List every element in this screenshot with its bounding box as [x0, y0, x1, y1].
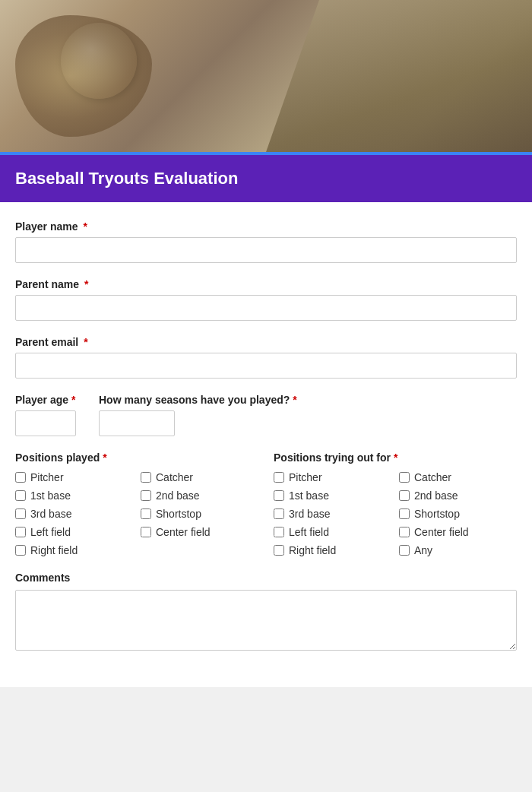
- played-right-field[interactable]: Right field: [15, 544, 133, 556]
- played-pitcher-checkbox[interactable]: [15, 472, 26, 483]
- tryout-2nd-base-checkbox[interactable]: [399, 490, 410, 501]
- parent-email-input[interactable]: [15, 353, 517, 379]
- tryout-3rd-base[interactable]: 3rd base: [274, 508, 391, 520]
- tryout-shortstop-checkbox[interactable]: [399, 508, 410, 519]
- hero-banner: [0, 0, 532, 152]
- player-age-label: Player age *: [15, 394, 76, 406]
- played-left-field-checkbox[interactable]: [15, 527, 26, 537]
- comments-label: Comments: [15, 572, 517, 584]
- played-center-field-checkbox[interactable]: [141, 527, 151, 537]
- seasons-played-label: How many seasons have you played? *: [99, 394, 297, 406]
- player-age-input[interactable]: [15, 410, 76, 436]
- tryout-any[interactable]: Any: [399, 544, 517, 556]
- player-name-group: Player name *: [15, 220, 517, 263]
- played-3rd-base-checkbox[interactable]: [15, 508, 26, 519]
- positions-played-title: Positions played *: [15, 451, 258, 464]
- page-header: Baseball Tryouts Evaluation: [0, 152, 532, 202]
- tryout-1st-base-checkbox[interactable]: [274, 490, 284, 501]
- tryout-right-field-checkbox[interactable]: [274, 545, 284, 556]
- positions-tryout-grid: Pitcher Catcher 1st base 2nd base 3rd ba…: [274, 471, 517, 556]
- tryout-any-checkbox[interactable]: [399, 545, 410, 556]
- player-name-input[interactable]: [15, 237, 517, 263]
- tryout-3rd-base-checkbox[interactable]: [274, 508, 284, 519]
- played-catcher[interactable]: Catcher: [141, 471, 258, 483]
- tryout-2nd-base[interactable]: 2nd base: [399, 489, 517, 502]
- age-seasons-row: Player age * How many seasons have you p…: [15, 394, 517, 436]
- seasons-played-input[interactable]: [99, 410, 175, 436]
- page-title: Baseball Tryouts Evaluation: [15, 169, 238, 188]
- played-2nd-base-checkbox[interactable]: [141, 490, 151, 501]
- tryout-left-field-checkbox[interactable]: [274, 527, 284, 537]
- glove-decoration: [266, 0, 532, 152]
- parent-email-group: Parent email *: [15, 336, 517, 379]
- tryout-right-field[interactable]: Right field: [274, 544, 391, 556]
- positions-played-section: Positions played * Pitcher Catcher 1st b…: [15, 451, 258, 556]
- played-2nd-base[interactable]: 2nd base: [141, 489, 258, 502]
- played-right-field-checkbox[interactable]: [15, 545, 26, 556]
- played-center-field[interactable]: Center field: [141, 526, 258, 538]
- played-pitcher[interactable]: Pitcher: [15, 471, 133, 483]
- tryout-center-field[interactable]: Center field: [399, 526, 517, 538]
- parent-name-label: Parent name *: [15, 278, 517, 290]
- positions-tryout-title: Positions trying out for *: [274, 451, 517, 464]
- tryout-shortstop[interactable]: Shortstop: [399, 508, 517, 520]
- tryout-center-field-checkbox[interactable]: [399, 527, 410, 537]
- played-shortstop[interactable]: Shortstop: [141, 508, 258, 520]
- parent-name-input[interactable]: [15, 295, 517, 321]
- positions-played-grid: Pitcher Catcher 1st base 2nd base 3rd ba…: [15, 471, 258, 556]
- parent-name-group: Parent name *: [15, 278, 517, 321]
- positions-tryout-section: Positions trying out for * Pitcher Catch…: [274, 451, 517, 556]
- tryout-catcher-checkbox[interactable]: [399, 472, 410, 483]
- tryout-left-field[interactable]: Left field: [274, 526, 391, 538]
- tryout-catcher[interactable]: Catcher: [399, 471, 517, 483]
- player-name-label: Player name *: [15, 220, 517, 233]
- played-catcher-checkbox[interactable]: [141, 472, 151, 483]
- positions-sections: Positions played * Pitcher Catcher 1st b…: [15, 451, 517, 556]
- parent-email-label: Parent email *: [15, 336, 517, 348]
- played-1st-base[interactable]: 1st base: [15, 489, 133, 502]
- player-age-group: Player age *: [15, 394, 76, 436]
- played-left-field[interactable]: Left field: [15, 526, 133, 538]
- comments-textarea[interactable]: [15, 590, 517, 651]
- form-container: Player name * Parent name * Parent email…: [0, 202, 532, 687]
- played-1st-base-checkbox[interactable]: [15, 490, 26, 501]
- played-3rd-base[interactable]: 3rd base: [15, 508, 133, 520]
- comments-group: Comments: [15, 572, 517, 654]
- played-shortstop-checkbox[interactable]: [141, 508, 151, 519]
- tryout-pitcher-checkbox[interactable]: [274, 472, 284, 483]
- tryout-pitcher[interactable]: Pitcher: [274, 471, 391, 483]
- seasons-played-group: How many seasons have you played? *: [99, 394, 297, 436]
- tryout-1st-base[interactable]: 1st base: [274, 489, 391, 502]
